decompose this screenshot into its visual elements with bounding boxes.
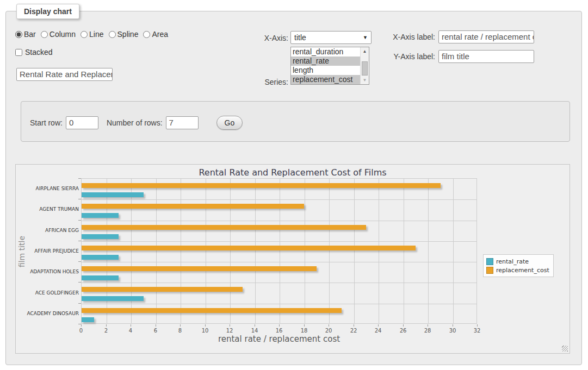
x-tick-mark [131,324,131,327]
x-tick-mark [378,324,379,327]
bar-replacement_cost [82,246,416,250]
chart-type-label: Column [49,30,76,39]
x-tick-label: 28 [419,328,436,334]
bar-rental_rate [82,234,119,239]
gridline-v [131,179,132,323]
go-button[interactable]: Go [216,116,243,130]
x-tick-label: 4 [122,328,139,334]
x-axis-select-label: X-Axis: [234,34,288,42]
gridline-v [404,179,404,323]
chart-type-bar[interactable]: Bar [15,30,36,39]
bar-rental_rate [82,275,119,280]
scroll-down-icon[interactable]: ▼ [361,76,369,84]
x-tick-label: 18 [296,328,312,334]
category-label: AGENT TRUMAN [16,206,79,212]
y-tick-mark [78,220,81,221]
gridline-v [453,179,454,323]
bar-replacement_cost [82,266,317,271]
bar-replacement_cost [82,183,441,188]
start-row-input[interactable]: 0 [66,116,98,129]
series-option-length[interactable]: length [291,66,360,75]
chart-legend: rental_ratereplacement_cost [483,254,554,277]
x-tick-mark [230,324,230,327]
resize-handle-icon[interactable] [562,346,568,352]
num-rows-input[interactable]: 7 [166,116,199,129]
gridline-v [379,179,379,323]
stacked-checkbox[interactable] [15,49,22,56]
bar-replacement_cost [82,225,366,230]
category-label: ACE GOLDFINGER [16,290,79,296]
rows-panel: Start row: 0 Number of rows: 7 Go [21,101,570,142]
y-axis-label-input[interactable]: film title [438,50,534,63]
x-tick-mark [453,324,453,327]
category-label: ACADEMY DINOSAUR [16,311,79,316]
gridline-v [354,179,355,323]
chart-type-spline[interactable]: Spline [109,30,139,39]
gridline-v [280,179,280,323]
scrollbar-thumb[interactable] [362,61,368,76]
category-label: ADAPTATION HOLES [16,269,79,274]
y-tick-mark [78,261,81,262]
y-axis-label-label: Y-Axis label: [381,52,435,61]
x-axis-label-input[interactable]: rental rate / replacement cost [438,30,534,43]
legend-swatch-replacement_cost [486,267,493,274]
category-label: AFRICAN EGG [16,228,79,233]
gridline-v [107,179,107,323]
chart-type-radio-line[interactable] [81,31,88,38]
chart-type-label: Spline [117,30,139,39]
plot-area [81,178,477,324]
chart-type-radio-column[interactable] [41,31,48,38]
x-tick-label: 32 [469,328,485,334]
stacked-row: Stacked [15,48,53,57]
chevron-down-icon: ▼ [363,35,368,40]
y-tick-mark [78,324,81,324]
series-option-rental_rate[interactable]: rental_rate [291,57,360,66]
gridline-h [82,241,476,242]
x-axis-select[interactable]: title ▼ [290,31,372,44]
chart-type-area[interactable]: Area [143,30,168,39]
fieldset-legend: Display chart [16,4,79,19]
gridline-h [82,283,476,283]
chart-title-input[interactable]: Rental Rate and Replacemer [16,68,113,81]
y-tick-mark [78,199,81,199]
y-tick-mark [78,178,81,179]
x-tick-mark [428,324,428,327]
x-tick-mark [205,324,206,327]
series-label: Series: [234,78,288,86]
bar-replacement_cost [82,308,342,313]
chart-type-radio-area[interactable] [143,31,150,38]
chart-type-radio-bar[interactable] [15,31,22,38]
scroll-up-icon[interactable]: ▲ [361,47,369,55]
x-tick-mark [329,324,329,327]
chart-type-line[interactable]: Line [81,30,103,39]
gridline-v [305,179,305,323]
legend-label: replacement_cost [496,267,549,274]
x-tick-label: 8 [172,328,188,334]
chart-type-radio-spline[interactable] [109,31,116,38]
x-tick-mark [477,324,478,327]
x-tick-mark [255,324,255,327]
series-listbox[interactable]: rental_durationrental_ratelengthreplacem… [290,47,369,85]
gridline-v [206,179,206,323]
y-tick-mark [78,282,81,283]
series-option-rental_duration[interactable]: rental_duration [291,47,360,57]
x-tick-label: 6 [147,328,164,334]
series-scrollbar[interactable]: ▲ ▼ [360,47,369,84]
gridline-h [82,199,476,200]
x-tick-label: 22 [345,328,362,334]
chart-type-radios: BarColumnLineSplineArea [15,30,171,39]
x-tick-mark [304,324,305,327]
gridline-v [255,179,256,323]
x-tick-mark [106,324,107,327]
x-tick-mark [156,324,156,327]
chart-title: Rental Rate and Replacement Cost of Film… [16,167,570,178]
start-row-label: Start row: [30,118,63,127]
series-option-replacement_cost[interactable]: replacement_cost [291,75,360,84]
x-tick-label: 10 [197,328,213,334]
gridline-h [82,304,476,304]
x-axis-title: rental rate / replacement cost [81,334,477,344]
x-tick-mark [354,324,354,327]
category-label: AIRPLANE SIERRA [16,186,79,191]
chart-type-column[interactable]: Column [41,30,76,39]
series-options: rental_durationrental_ratelengthreplacem… [291,47,360,84]
